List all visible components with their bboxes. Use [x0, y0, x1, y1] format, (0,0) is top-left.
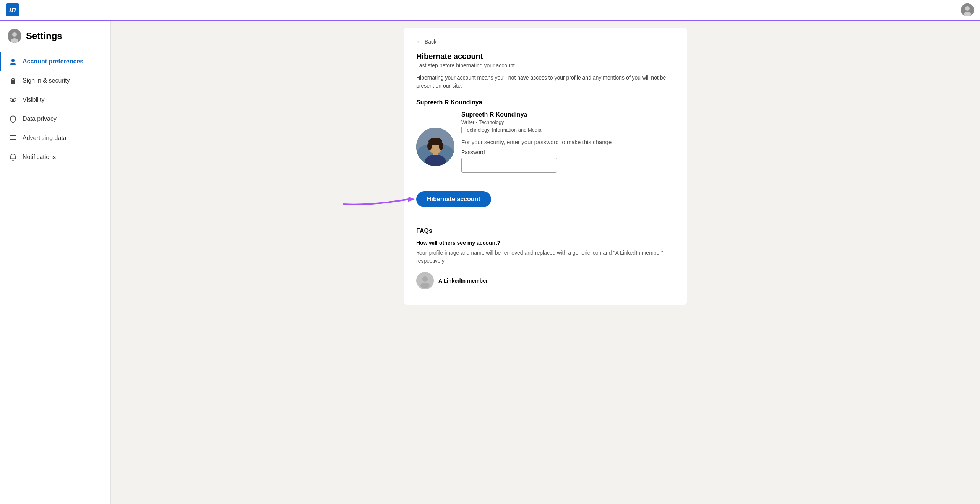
generic-member-row: A LinkedIn member: [416, 272, 675, 289]
settings-title: Settings: [26, 31, 62, 41]
password-input[interactable]: [461, 158, 557, 173]
generic-member-avatar: [416, 272, 434, 289]
back-arrow-icon: ←: [416, 38, 422, 45]
sidebar-item-account-preferences[interactable]: Account preferences: [0, 52, 110, 71]
hibernate-subtitle: Last step before hibernating your accoun…: [416, 62, 675, 68]
navbar: in: [0, 0, 980, 20]
hibernate-account-button[interactable]: Hibernate account: [416, 191, 491, 207]
linkedin-logo[interactable]: in: [6, 3, 19, 16]
bell-icon: [9, 153, 17, 161]
svg-rect-8: [11, 80, 15, 84]
sidebar: Settings Account preferences Sign in & s…: [0, 20, 111, 504]
svg-marker-22: [408, 197, 415, 202]
main-card: ← Back Hibernate account Last step befor…: [404, 28, 687, 305]
back-link[interactable]: ← Back: [416, 38, 675, 45]
person-icon: [9, 57, 17, 66]
sidebar-item-advertising-data[interactable]: Advertising data: [0, 128, 110, 148]
profile-info: Supreeth R Koundinya Writer - Technology…: [461, 111, 675, 182]
generic-member-name: A LinkedIn member: [438, 278, 488, 284]
svg-point-7: [10, 63, 16, 65]
faq-answer-1: Your profile image and name will be remo…: [416, 249, 675, 265]
user-avatar-nav[interactable]: [961, 3, 974, 16]
profile-photo: [416, 128, 454, 166]
sidebar-item-sign-in-security[interactable]: Sign in & security: [0, 71, 110, 90]
svg-point-4: [12, 32, 17, 37]
divider: [461, 127, 462, 133]
svg-point-5: [11, 38, 18, 43]
svg-point-2: [964, 12, 971, 16]
eye-icon: [9, 96, 17, 104]
svg-point-23: [422, 276, 428, 282]
faqs-title: FAQs: [416, 228, 675, 234]
data-privacy-label: Data privacy: [23, 115, 57, 122]
back-label: Back: [425, 39, 436, 45]
hibernate-description: Hibernating your account means you'll no…: [416, 74, 675, 90]
company-name: Technology, Information and Media: [464, 127, 541, 133]
faq-question-1: How will others see my account?: [416, 240, 675, 246]
svg-point-6: [11, 59, 15, 62]
settings-header: Settings: [0, 29, 110, 52]
svg-point-1: [965, 6, 970, 11]
content-area: ← Back Hibernate account Last step befor…: [111, 20, 980, 504]
account-preferences-label: Account preferences: [23, 58, 83, 65]
profile-company: Technology, Information and Media: [461, 127, 675, 133]
svg-rect-11: [10, 135, 16, 140]
notifications-label: Notifications: [23, 154, 56, 161]
svg-point-20: [427, 142, 432, 150]
button-row: Hibernate account: [416, 191, 675, 207]
sidebar-item-data-privacy[interactable]: Data privacy: [0, 109, 110, 128]
arrow-annotation: [340, 190, 424, 209]
sidebar-item-notifications[interactable]: Notifications: [0, 148, 110, 167]
visibility-label: Visibility: [23, 96, 45, 103]
settings-avatar: [8, 29, 21, 43]
user-profile-row: Supreeth R Koundinya Writer - Technology…: [416, 111, 675, 182]
faqs-section: FAQs How will others see my account? You…: [416, 219, 675, 289]
main-layout: Settings Account preferences Sign in & s…: [0, 0, 980, 504]
hibernate-title: Hibernate account: [416, 52, 675, 61]
password-label: Password: [461, 149, 675, 155]
svg-point-10: [12, 99, 14, 101]
lock-icon: [9, 76, 17, 85]
advertising-data-label: Advertising data: [23, 135, 67, 141]
sign-in-security-label: Sign in & security: [23, 77, 70, 84]
shield-icon: [9, 115, 17, 123]
display-icon: [9, 134, 17, 142]
svg-point-24: [420, 283, 430, 288]
user-name-label: Supreeth R Koundinya: [416, 99, 675, 106]
profile-title: Writer - Technology: [461, 119, 675, 125]
sidebar-item-visibility[interactable]: Visibility: [0, 90, 110, 109]
navbar-left: in: [6, 3, 19, 16]
profile-name: Supreeth R Koundinya: [461, 111, 675, 118]
security-text: For your security, enter your password t…: [461, 139, 675, 145]
svg-point-21: [439, 142, 443, 150]
